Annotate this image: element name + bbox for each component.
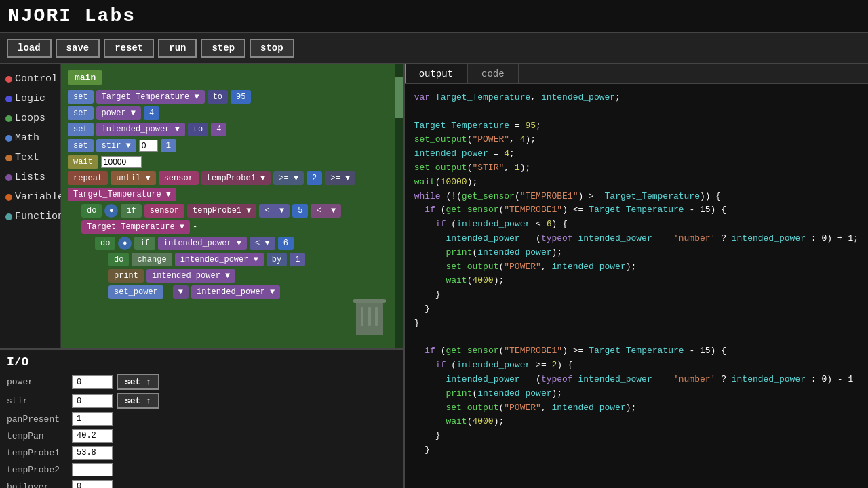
intended-power-val[interactable]: 4 xyxy=(211,123,226,136)
compare-op3[interactable]: < ▼ xyxy=(250,237,275,250)
tab-output[interactable]: output xyxy=(405,64,467,83)
sidebar-item-lists[interactable]: Lists xyxy=(0,167,60,187)
io-set-power-button[interactable]: set ↑ xyxy=(117,374,159,390)
block-set-power2[interactable]: set_power ▼ intended_power ▼ xyxy=(108,285,403,299)
step-button[interactable]: step xyxy=(201,39,245,58)
compare-num2[interactable]: 5 xyxy=(292,204,308,218)
io-input-power[interactable] xyxy=(72,375,113,389)
repeat-keyword: repeat xyxy=(68,171,108,185)
block-do-if-2[interactable]: do ● if intended_power ▼ < ▼ 6 xyxy=(95,237,403,250)
stir-var[interactable]: stir ▼ xyxy=(96,139,136,152)
intended-power-var4[interactable]: intended_power ▼ xyxy=(146,269,235,283)
code-view[interactable]: var Target_Temperature, intended_power; … xyxy=(405,84,868,488)
code-line-17: if (get_sensor("TEMPROBE1") >= Target_Te… xyxy=(414,344,859,359)
io-title: I/O xyxy=(7,355,397,369)
compare-op2b[interactable]: <= ▼ xyxy=(311,204,341,218)
compare-num1[interactable]: 2 xyxy=(307,171,322,185)
intended-power-var3[interactable]: intended_power ▼ xyxy=(175,253,264,266)
code-line-9: if (intended_power < 6) { xyxy=(414,218,859,232)
code-line-22: wait(4000); xyxy=(414,415,859,429)
intended-power-var2[interactable]: intended_power ▼ xyxy=(158,237,247,250)
block-set-target-temp[interactable]: set Target_Temperature ▼ to 95 xyxy=(68,90,403,104)
io-input-panpresent[interactable] xyxy=(72,412,113,426)
block-repeat[interactable]: repeat until ▼ sensor tempProbe1 ▼ >= ▼ … xyxy=(68,171,403,201)
workspace[interactable]: main set Target_Temperature ▼ to 95 set … xyxy=(61,64,403,348)
tempProbe1-label2[interactable]: tempProbe1 ▼ xyxy=(187,204,256,218)
set-keyword: set xyxy=(68,90,94,104)
io-input-tempprobe2[interactable] xyxy=(72,463,113,476)
target-temp-block1[interactable]: Target_Temperature ▼ xyxy=(68,188,176,201)
io-input-boilover[interactable] xyxy=(72,480,113,488)
target-temp-block2[interactable]: Target_Temperature ▼ xyxy=(81,220,190,234)
workspace-scrollbar[interactable] xyxy=(395,64,403,348)
power-val[interactable]: 4 xyxy=(144,106,159,120)
tab-code[interactable]: code xyxy=(467,64,519,83)
target-temp-val[interactable]: 95 xyxy=(231,90,251,104)
sidebar-item-variables[interactable]: Variables xyxy=(0,187,60,207)
workspace-scrollbar-thumb[interactable] xyxy=(395,77,403,118)
io-set-stir-button[interactable]: set ↑ xyxy=(117,393,159,409)
sidebar-item-loops[interactable]: Loops xyxy=(0,108,60,128)
change-keyword: change xyxy=(132,253,172,266)
reset-button[interactable]: reset xyxy=(104,39,154,58)
sensor-label2[interactable]: sensor xyxy=(144,204,184,218)
block-set-power[interactable]: set power ▼ 4 xyxy=(68,106,403,120)
block-set-stir[interactable]: set stir ▼ 1 xyxy=(68,139,403,152)
sidebar-item-text[interactable]: Text xyxy=(0,148,60,167)
io-input-stir[interactable] xyxy=(72,394,113,408)
do-keyword2: do xyxy=(95,237,115,250)
compare-op1[interactable]: >= ▼ xyxy=(273,171,304,185)
sensor-label[interactable]: sensor xyxy=(159,171,199,185)
block-do-if-1[interactable]: do ● if sensor tempProbe1 ▼ <= ▼ 5 <= ▼ … xyxy=(81,204,403,234)
code-line-1: var Target_Temperature, intended_power; xyxy=(414,91,859,105)
target-temp-var[interactable]: Target_Temperature ▼ xyxy=(96,90,205,104)
code-line-12: set_output("POWER", intended_power); xyxy=(414,260,859,274)
until-keyword[interactable]: until ▼ xyxy=(111,171,155,185)
code-line-5: set_output("STIR", 1); xyxy=(414,161,859,176)
intended-power-var[interactable]: intended_power ▼ xyxy=(96,123,185,136)
block-wait[interactable]: wait xyxy=(68,155,403,169)
code-line-24: } xyxy=(414,443,859,458)
control-dot xyxy=(5,76,12,83)
stop-button[interactable]: stop xyxy=(250,39,294,58)
sidebar-label-lists: Lists xyxy=(15,171,45,183)
io-label-power: power xyxy=(7,377,68,387)
block-container: main set Target_Temperature ▼ to 95 set … xyxy=(68,70,403,302)
wait-input[interactable] xyxy=(101,156,142,168)
sidebar-item-functions[interactable]: Functions xyxy=(0,207,60,226)
code-tabs: output code xyxy=(405,64,868,84)
compare-num1b[interactable]: >= ▼ xyxy=(325,171,355,185)
stir-num[interactable]: 1 xyxy=(161,139,176,152)
io-input-tempprobe1[interactable] xyxy=(72,446,113,460)
circle-blue1: ● xyxy=(104,204,118,218)
save-button[interactable]: save xyxy=(56,39,100,58)
main-label-row: main xyxy=(68,70,403,87)
block-do-change[interactable]: do change intended_power ▼ by 1 xyxy=(108,253,403,266)
if-keyword1: if xyxy=(121,204,141,218)
sidebar-item-control[interactable]: Control xyxy=(0,69,60,89)
load-button[interactable]: load xyxy=(7,39,52,58)
code-line-7: while (!(get_sensor("TEMPROBE1") >= Targ… xyxy=(414,190,859,204)
change-val[interactable]: 1 xyxy=(290,253,305,266)
run-button[interactable]: run xyxy=(158,39,197,58)
power-var[interactable]: power ▼ xyxy=(96,106,141,120)
set-power-var[interactable]: ▼ xyxy=(173,285,189,299)
loops-dot xyxy=(5,115,12,122)
blocks-area: Control Logic Loops Math Text xyxy=(0,64,403,348)
stir-input[interactable] xyxy=(139,140,158,152)
block-print[interactable]: print intended_power ▼ xyxy=(108,269,403,283)
io-label-panpresent: panPresent xyxy=(7,414,68,424)
sidebar-item-math[interactable]: Math xyxy=(0,128,60,148)
sidebar-item-logic[interactable]: Logic xyxy=(0,89,60,108)
math-dot xyxy=(5,135,12,142)
compare-op2[interactable]: <= ▼ xyxy=(259,204,290,218)
compare-num3[interactable]: 6 xyxy=(278,237,294,250)
app-title: NJORI Labs xyxy=(8,5,860,26)
tempProbe1-label[interactable]: tempProbe1 ▼ xyxy=(201,171,271,185)
toolbar: load save reset run step stop xyxy=(0,33,868,64)
io-input-temppan[interactable] xyxy=(72,429,113,443)
code-line-23: } xyxy=(414,429,859,443)
intended-power-var5[interactable]: intended_power ▼ xyxy=(191,285,280,299)
block-set-intended-power[interactable]: set intended_power ▼ to 4 xyxy=(68,123,403,136)
set-keyword3: set xyxy=(68,123,94,136)
